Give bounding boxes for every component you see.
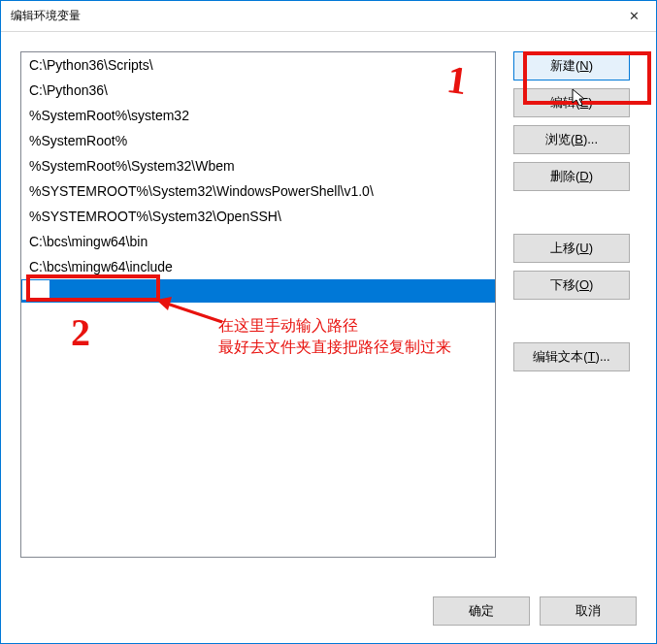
list-item[interactable]: %SystemRoot% [21,128,495,153]
delete-button-label: 删除(D) [550,169,593,183]
move-down-button-label: 下移(O) [550,277,594,292]
new-button[interactable]: 新建(N) [513,51,630,80]
edit-button[interactable]: 编辑(E) [513,88,630,117]
move-up-button-label: 上移(U) [550,241,593,255]
delete-button[interactable]: 删除(D) [513,162,630,191]
side-button-column: 新建(N) 编辑(E) 浏览(B)... 删除(D) 上移(U) 下移(O) 编… [513,51,630,558]
list-item[interactable]: C:\bcs\mingw64\include [21,254,495,279]
edit-text-button[interactable]: 编辑文本(T)... [513,342,630,371]
window-title: 编辑环境变量 [11,8,81,24]
path-edit-input[interactable] [22,280,49,300]
cancel-button[interactable]: 取消 [540,596,637,626]
list-item[interactable]: %SystemRoot%\system32 [21,103,495,128]
browse-button[interactable]: 浏览(B)... [513,125,630,154]
ok-button[interactable]: 确定 [433,596,530,626]
list-item[interactable]: %SystemRoot%\System32\Wbem [21,153,495,178]
list-item[interactable]: %SYSTEMROOT%\System32\WindowsPowerShell\… [21,178,495,204]
titlebar: 编辑环境变量 [1,1,656,32]
close-button[interactable] [611,1,656,32]
dialog-window: 编辑环境变量 C:\Python36\Scripts\ C:\Python36\… [0,0,657,644]
edit-text-button-label: 编辑文本(T)... [533,349,609,364]
close-icon [629,9,640,23]
list-item-editing[interactable] [21,279,495,303]
list-item[interactable]: C:\bcs\mingw64\bin [21,229,495,254]
move-up-button[interactable]: 上移(U) [513,234,630,263]
list-item[interactable]: C:\Python36\ [21,78,495,103]
path-listbox[interactable]: C:\Python36\Scripts\ C:\Python36\ %Syste… [20,51,496,558]
new-button-label: 新建(N) [550,58,593,73]
move-down-button[interactable]: 下移(O) [513,271,630,300]
list-item[interactable]: %SYSTEMROOT%\System32\OpenSSH\ [21,204,495,229]
dialog-footer-buttons: 确定 取消 [433,596,637,626]
dialog-content: C:\Python36\Scripts\ C:\Python36\ %Syste… [1,32,656,643]
browse-button-label: 浏览(B)... [545,132,598,146]
edit-button-label: 编辑(E) [550,95,592,110]
list-item[interactable]: C:\Python36\Scripts\ [21,52,495,78]
